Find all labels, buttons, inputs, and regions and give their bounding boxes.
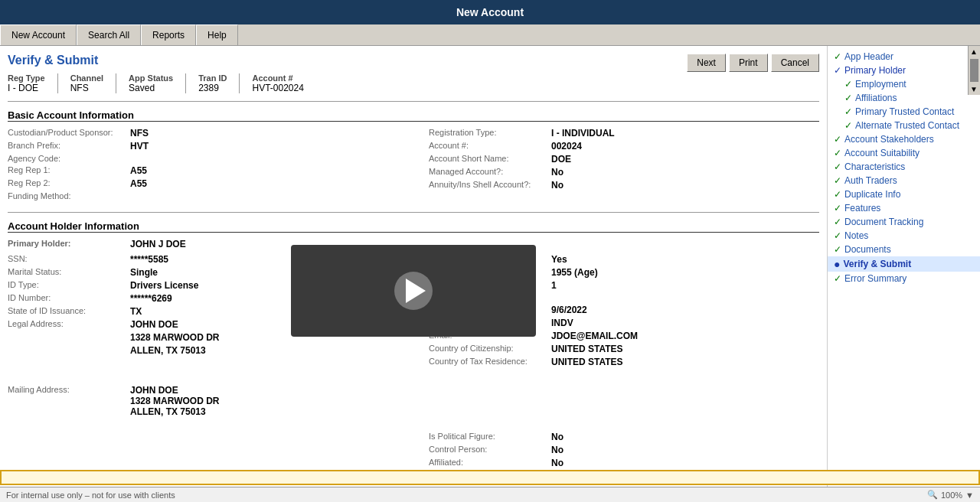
scroll-down-arrow[interactable]: ▼ xyxy=(969,83,980,95)
field-label: Reg Rep 2: xyxy=(8,178,130,189)
nav-item-account-stakeholders[interactable]: ✓ Account Stakeholders xyxy=(828,132,980,146)
field-label: Marital Status: xyxy=(8,267,130,278)
internal-use-text: For internal use only – not for use with… xyxy=(6,491,175,500)
nav-item-document-tracking[interactable]: ✓ Document Tracking xyxy=(828,215,980,229)
nav-item-affiliations[interactable]: ✓ Affiliations xyxy=(828,91,980,105)
nav-check-icon: ● xyxy=(834,258,840,270)
field-value: DOE xyxy=(551,154,571,165)
input-bar[interactable] xyxy=(0,470,980,485)
field-value: 1 xyxy=(551,280,557,291)
field-label: Account #: xyxy=(429,141,551,152)
scroll-thumb[interactable] xyxy=(970,59,978,82)
field-value: No xyxy=(551,432,564,442)
field-label: State of ID Issuance: xyxy=(8,306,130,317)
field-label: Is Political Figure: xyxy=(429,432,551,442)
app-status-item: App Status Saved xyxy=(129,73,186,93)
nav-item-primary-trusted-contact[interactable]: ✓ Primary Trusted Contact xyxy=(828,105,980,119)
field-value: ******6269 xyxy=(130,293,172,304)
zoom-dropdown-icon[interactable]: ▼ xyxy=(965,491,974,500)
app-status-label: App Status xyxy=(129,73,173,83)
field-value: No xyxy=(551,458,564,468)
mailing-line1: JOHN DOE xyxy=(130,385,219,396)
bottom-bar: For internal use only – not for use with… xyxy=(0,487,980,502)
nav-item-alternate-trusted-contact[interactable]: ✓ Alternate Trusted Contact xyxy=(828,119,980,132)
scroll-up-arrow[interactable]: ▲ xyxy=(969,46,980,57)
nav-item-documents[interactable]: ✓ Documents xyxy=(828,243,980,256)
field-value: Single xyxy=(130,267,158,278)
nav-item-label: Error Summary xyxy=(844,273,906,284)
nav-check-icon: ✓ xyxy=(834,134,841,145)
primary-holder-label: Primary Holder: xyxy=(8,239,130,249)
content-area: Next Print Cancel Verify & Submit Reg Ty… xyxy=(0,46,827,502)
nav-item-account-suitability[interactable]: ✓ Account Suitability xyxy=(828,146,980,160)
nav-item-verify-&-submit[interactable]: ●Verify & Submit xyxy=(828,256,980,272)
field-value: No xyxy=(551,445,564,455)
nav-item-features[interactable]: ✓ Features xyxy=(828,201,980,215)
app-title: New Account xyxy=(456,6,524,18)
nav-item-label: Alternate Trusted Contact xyxy=(855,120,959,131)
field-value: A55 xyxy=(130,165,147,176)
nav-item-notes[interactable]: ✓ Notes xyxy=(828,229,980,243)
basic-info-columns: Custodian/Product Sponsor: NFS Branch Pr… xyxy=(8,128,819,203)
form-row: Account Short Name: DOE xyxy=(429,154,819,165)
mailing-label: Mailing Address: xyxy=(8,385,130,417)
nav-check-icon: ✓ xyxy=(834,65,841,76)
nav-item-label: Affiliations xyxy=(855,93,897,103)
form-row: Custodian/Product Sponsor: NFS xyxy=(8,128,398,139)
nav-check-icon: ✓ xyxy=(834,189,841,200)
nav-item-label: Auth Traders xyxy=(844,175,897,186)
cancel-button[interactable]: Cancel xyxy=(771,54,819,72)
field-value: ALLEN, TX 75013 xyxy=(130,345,206,356)
scrollbar[interactable]: ▲ ▼ xyxy=(968,46,980,95)
video-overlay[interactable] xyxy=(291,245,536,337)
menu-help[interactable]: Help xyxy=(196,24,238,45)
nav-check-icon: ✓ xyxy=(834,203,841,214)
field-value: Drivers License xyxy=(130,280,198,291)
form-row: Control Person: No xyxy=(429,445,819,455)
nav-item-duplicate-info[interactable]: ✓ Duplicate Info xyxy=(828,187,980,201)
form-row: Reg Rep 2: A55 xyxy=(8,178,398,189)
nav-check-icon: ✓ xyxy=(844,120,852,131)
account-num-item: Account # HVT-002024 xyxy=(252,73,315,93)
nav-item-label: Characteristics xyxy=(844,161,905,172)
nav-item-app-header[interactable]: ✓ App Header xyxy=(828,50,980,64)
main-wrapper: Next Print Cancel Verify & Submit Reg Ty… xyxy=(0,46,980,502)
nav-item-label: Verify & Submit xyxy=(843,259,911,269)
next-button[interactable]: Next xyxy=(687,54,726,72)
menu-new-account[interactable]: New Account xyxy=(0,24,77,45)
nav-item-auth-traders[interactable]: ✓ Auth Traders xyxy=(828,174,980,187)
menu-reports[interactable]: Reports xyxy=(141,24,196,45)
field-label: SSN: xyxy=(8,254,130,265)
form-row: Annuity/Ins Shell Account?: No xyxy=(429,180,819,191)
nav-item-label: Primary Trusted Contact xyxy=(855,106,954,117)
nav-item-label: Notes xyxy=(844,230,868,241)
channel-item: Channel NFS xyxy=(70,73,116,93)
primary-holder-value: JOHN J DOE xyxy=(130,239,186,249)
nav-item-label: Primary Holder xyxy=(844,65,906,76)
tran-id-label: Tran ID xyxy=(198,73,227,83)
menu-search-all[interactable]: Search All xyxy=(77,24,141,45)
play-icon xyxy=(406,279,426,303)
play-button[interactable] xyxy=(394,272,433,310)
right-panel: ✓ App Header✓ Primary Holder✓ Employment… xyxy=(827,46,980,502)
nav-item-characteristics[interactable]: ✓ Characteristics xyxy=(828,160,980,174)
field-label: Country of Citizenship: xyxy=(429,344,551,354)
print-button[interactable]: Print xyxy=(729,54,768,72)
account-holder-title: Account Holder Information xyxy=(8,220,819,233)
nav-check-icon: ✓ xyxy=(834,51,841,62)
mailing-line3: ALLEN, TX 75013 xyxy=(130,406,219,417)
nav-item-error-summary[interactable]: ✓ Error Summary xyxy=(828,272,980,285)
basic-account-title: Basic Account Information xyxy=(8,109,819,122)
nav-item-primary-holder[interactable]: ✓ Primary Holder xyxy=(828,64,980,77)
basic-account-section: Basic Account Information Custodian/Prod… xyxy=(8,109,819,203)
info-bar: Reg Type I - DOE Channel NFS App Status … xyxy=(8,73,819,93)
mailing-line2: 1328 MARWOOD DR xyxy=(130,396,219,406)
nav-item-employment[interactable]: ✓ Employment xyxy=(828,77,980,91)
field-label xyxy=(8,345,130,356)
basic-info-left: Custodian/Product Sponsor: NFS Branch Pr… xyxy=(8,128,398,203)
basic-info-right: Registration Type: I - INDIVIDUAL Accoun… xyxy=(429,128,819,203)
nav-check-icon: ✓ xyxy=(834,161,841,172)
nav-check-icon: ✓ xyxy=(834,273,841,284)
field-label: Annuity/Ins Shell Account?: xyxy=(429,180,551,191)
menu-bar: New Account Search All Reports Help xyxy=(0,24,980,46)
